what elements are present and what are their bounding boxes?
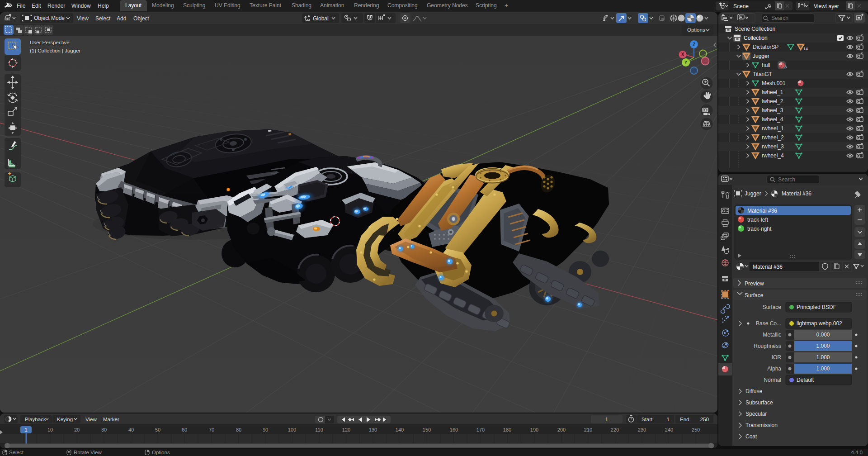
svg-text:ViewLayer: ViewLayer <box>814 3 839 10</box>
svg-text:Y: Y <box>684 60 688 65</box>
svg-text:150: 150 <box>423 427 431 432</box>
svg-text:0.000: 0.000 <box>816 332 830 338</box>
svg-text:230: 230 <box>638 427 646 432</box>
svg-text:IOR: IOR <box>772 354 782 361</box>
svg-text:Playback: Playback <box>25 417 46 422</box>
svg-text:Metallic: Metallic <box>763 332 781 338</box>
svg-text:Jugger: Jugger <box>753 53 769 59</box>
svg-text:lwheel_1: lwheel_1 <box>762 89 783 95</box>
svg-text:Default: Default <box>797 377 814 383</box>
svg-text:250: 250 <box>692 427 700 432</box>
svg-text:14: 14 <box>803 47 808 51</box>
svg-text:240: 240 <box>665 427 673 432</box>
svg-text:140: 140 <box>396 427 404 432</box>
svg-text:200: 200 <box>557 427 566 432</box>
svg-text:Z: Z <box>693 42 695 47</box>
svg-text:rwheel_3: rwheel_3 <box>762 143 784 150</box>
svg-text:Search: Search <box>778 176 795 183</box>
svg-text:Coat: Coat <box>745 433 757 440</box>
svg-text:(1) Collection | Jugger: (1) Collection | Jugger <box>30 48 80 53</box>
svg-text:50: 50 <box>155 427 160 432</box>
svg-text:lwheel_3: lwheel_3 <box>762 107 783 114</box>
svg-text:220: 220 <box>611 427 619 432</box>
svg-text:View: View <box>77 15 89 22</box>
svg-text:User Perspective: User Perspective <box>30 40 70 45</box>
svg-text:180: 180 <box>503 427 511 432</box>
svg-text:20: 20 <box>74 427 80 432</box>
svg-text:90: 90 <box>263 427 268 432</box>
svg-text:TitanGT: TitanGT <box>753 71 773 77</box>
svg-text:Surface: Surface <box>763 304 782 310</box>
svg-text:190: 190 <box>530 427 538 432</box>
svg-text:1: 1 <box>605 417 608 422</box>
svg-text:rwheel_1: rwheel_1 <box>762 125 784 132</box>
svg-text:lightmap.webp.002: lightmap.webp.002 <box>797 320 842 327</box>
svg-text:Scene: Scene <box>733 3 749 10</box>
svg-text:Marker: Marker <box>103 417 119 422</box>
svg-text:1.000: 1.000 <box>816 343 830 349</box>
svg-text:Diffuse: Diffuse <box>745 388 762 394</box>
svg-text:Search: Search <box>771 15 788 21</box>
svg-text:100: 100 <box>288 427 296 432</box>
svg-text:X: X <box>681 52 684 57</box>
svg-text:Specular: Specular <box>745 411 767 417</box>
svg-text:track-right: track-right <box>747 226 772 232</box>
svg-text:Start: Start <box>642 417 653 422</box>
svg-text:Base Co...: Base Co... <box>756 320 781 327</box>
svg-text:Jugger: Jugger <box>745 190 761 197</box>
svg-text:1: 1 <box>667 417 670 422</box>
svg-text:1.000: 1.000 <box>816 354 830 361</box>
svg-text:110: 110 <box>315 427 323 432</box>
svg-text:Add: Add <box>117 15 126 22</box>
svg-text:60: 60 <box>182 427 187 432</box>
svg-text:lwheel_2: lwheel_2 <box>762 98 783 104</box>
svg-text:Transmission: Transmission <box>745 422 778 428</box>
svg-text:70: 70 <box>209 427 214 432</box>
svg-text:Surface: Surface <box>745 292 764 299</box>
svg-text:DictatorSP: DictatorSP <box>753 44 778 50</box>
svg-text:Scene Collection: Scene Collection <box>735 26 775 32</box>
svg-text:Collection: Collection <box>744 35 768 41</box>
svg-text:track-left: track-left <box>747 217 769 223</box>
svg-text:Material #36: Material #36 <box>747 208 777 214</box>
svg-text:Preview: Preview <box>745 280 764 287</box>
svg-text:Options: Options <box>152 450 170 455</box>
svg-text:Keying: Keying <box>57 417 73 422</box>
svg-text:40: 40 <box>128 427 134 432</box>
svg-text:Mesh.001: Mesh.001 <box>762 80 786 86</box>
svg-text:210: 210 <box>584 427 592 432</box>
svg-text:250: 250 <box>700 417 709 422</box>
svg-text:Rotate View: Rotate View <box>74 450 102 455</box>
svg-text:3: 3 <box>784 65 787 69</box>
svg-text:Object: Object <box>133 15 149 22</box>
svg-text:End: End <box>680 417 689 422</box>
svg-text:1: 1 <box>24 427 27 432</box>
svg-text:160: 160 <box>450 427 458 432</box>
svg-text:10: 10 <box>47 427 53 432</box>
svg-text:lwheel_4: lwheel_4 <box>762 116 783 123</box>
svg-text:Alpha: Alpha <box>767 366 781 372</box>
svg-text:rwheel_2: rwheel_2 <box>762 134 784 141</box>
svg-text:4.4.0: 4.4.0 <box>851 450 863 455</box>
svg-text:Global: Global <box>313 15 329 22</box>
svg-text:hull: hull <box>762 62 770 68</box>
svg-text:Object Mode: Object Mode <box>34 15 65 21</box>
svg-text:Principled BSDF: Principled BSDF <box>797 304 836 310</box>
svg-text:View: View <box>85 417 97 422</box>
svg-text:Normal: Normal <box>764 377 781 383</box>
svg-text:130: 130 <box>369 427 377 432</box>
svg-text:Subsurface: Subsurface <box>745 399 773 406</box>
svg-text:30: 30 <box>101 427 107 432</box>
svg-text:Select: Select <box>9 450 24 455</box>
svg-text:Roughness: Roughness <box>754 343 781 349</box>
svg-text:rwheel_4: rwheel_4 <box>762 152 784 159</box>
svg-text:Material #36: Material #36 <box>782 190 811 197</box>
svg-text:Material #36: Material #36 <box>753 264 783 270</box>
svg-text:1.000: 1.000 <box>816 366 830 372</box>
svg-text:120: 120 <box>342 427 350 432</box>
svg-text:Select: Select <box>95 15 111 22</box>
svg-text:170: 170 <box>476 427 485 432</box>
svg-text:80: 80 <box>236 427 241 432</box>
